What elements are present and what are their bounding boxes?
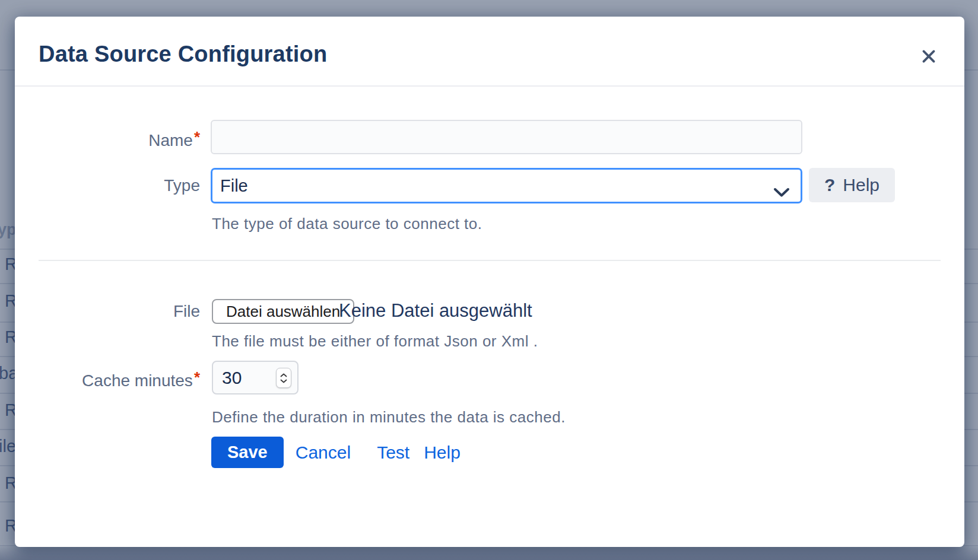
file-field-label: File bbox=[52, 299, 200, 324]
name-input[interactable] bbox=[211, 120, 802, 154]
dialog-title: Data Source Configuration bbox=[39, 42, 327, 67]
stepper-down-icon bbox=[280, 379, 287, 383]
number-stepper[interactable] bbox=[276, 368, 291, 388]
cache-minutes-description: Define the duration in minutes the data … bbox=[212, 408, 566, 427]
close-button[interactable] bbox=[915, 43, 943, 71]
required-marker: * bbox=[194, 128, 200, 146]
type-help-button[interactable]: ? Help bbox=[809, 168, 895, 202]
chevron-down-icon bbox=[773, 182, 790, 202]
test-link[interactable]: Test bbox=[377, 443, 409, 463]
type-select-value: File bbox=[220, 176, 248, 196]
data-source-configuration-dialog: Data Source Configuration Name* Type Fil… bbox=[15, 17, 964, 547]
required-marker: * bbox=[194, 368, 200, 386]
cache-minutes-input[interactable]: 30 bbox=[212, 361, 299, 394]
question-mark-icon: ? bbox=[824, 175, 835, 195]
file-status-text: Keine Datei ausgewählt bbox=[339, 298, 532, 324]
type-field-description: The type of data source to connect to. bbox=[212, 215, 482, 233]
backdrop-shadow-band bbox=[0, 547, 978, 560]
type-help-button-label: Help bbox=[843, 175, 879, 195]
cache-minutes-value: 30 bbox=[222, 362, 242, 393]
dialog-actions: Save Cancel Test Help bbox=[211, 437, 461, 468]
dialog-header: Data Source Configuration bbox=[15, 17, 964, 87]
choose-file-button[interactable]: Datei auswählen bbox=[212, 299, 354, 324]
stepper-up-icon bbox=[280, 373, 287, 377]
close-icon bbox=[919, 47, 938, 68]
type-select[interactable]: File bbox=[211, 168, 802, 203]
help-link[interactable]: Help bbox=[424, 443, 461, 463]
file-field-description: The file must be either of format Json o… bbox=[212, 332, 538, 351]
cancel-link[interactable]: Cancel bbox=[296, 443, 351, 463]
section-divider bbox=[39, 260, 941, 261]
background-text-fragment: ile bbox=[0, 437, 16, 456]
name-field-label: Name* bbox=[52, 120, 200, 158]
save-button[interactable]: Save bbox=[211, 437, 284, 468]
type-field-label: Type bbox=[52, 168, 200, 203]
cache-minutes-field-label: Cache minutes* bbox=[52, 361, 200, 397]
